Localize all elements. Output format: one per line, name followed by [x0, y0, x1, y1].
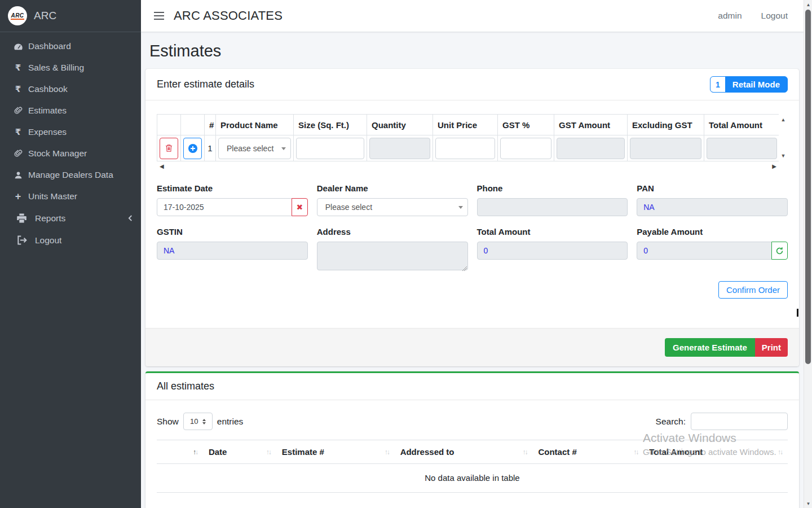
sidebar-item-estimates[interactable]: Estimates [0, 100, 141, 121]
col-date[interactable]: Date↑↓ [203, 440, 276, 464]
sidebar-item-logout[interactable]: Logout [0, 229, 141, 251]
sidebar-item-expenses[interactable]: ₹ Expenses [0, 121, 141, 143]
sidebar-item-label: Reports [35, 213, 65, 224]
size-input[interactable] [296, 138, 364, 159]
sidebar-item-sales-billing[interactable]: ₹ Sales & Billing [0, 57, 141, 78]
gstin-label: GSTIN [157, 227, 308, 237]
scrollbar-thumb[interactable] [805, 10, 811, 364]
all-estimates-card: All estimates Show 10 entries Search: [145, 371, 799, 508]
select-updown-icon [202, 419, 206, 424]
estimate-details-card: Enter estimate details 1 Retail Mode [145, 69, 799, 366]
refresh-icon [775, 247, 784, 255]
sidebar-item-units-master[interactable]: + Units Master [0, 186, 141, 207]
generate-estimate-button[interactable]: Generate Estimate [665, 338, 755, 357]
all-estimates-body: Show 10 entries Search: [145, 400, 799, 493]
scroll-right-icon[interactable]: ▶ [772, 163, 776, 169]
estimate-items-table: # Product Name Size (Sq. Ft.) Quantity U… [157, 114, 779, 161]
clear-date-button[interactable]: ✖ [292, 198, 308, 216]
circle-plus-icon [188, 143, 198, 154]
trash-icon [165, 144, 173, 152]
estimate-date-field: Estimate Date ✖ [157, 183, 308, 216]
scroll-left-icon[interactable]: ◀ [160, 163, 164, 169]
sidebar-item-dashboard[interactable]: Dashboard [0, 36, 141, 57]
sort-icon: ↑↓ [193, 448, 197, 456]
address-textarea[interactable] [317, 242, 468, 270]
items-table-header-row: # Product Name Size (Sq. Ft.) Quantity U… [157, 115, 779, 135]
items-horizontal-scrollbar[interactable]: ◀ ▶ [157, 162, 779, 170]
sidebar-item-reports[interactable]: Reports [0, 207, 141, 229]
sidebar-item-label: Units Master [28, 191, 77, 202]
scrollbar-up-arrow-icon[interactable]: ▲ [804, 0, 812, 9]
scroll-down-icon[interactable]: ▼ [781, 153, 786, 159]
chevron-left-icon [128, 215, 133, 221]
delete-row-button[interactable] [160, 138, 178, 159]
brand-text: ARC [34, 10, 56, 22]
datatable-controls: Show 10 entries Search: [157, 413, 788, 430]
all-estimates-table: ↑↓ Date↑↓ Estimate #↑↓ Addressed to↑↓ Co… [157, 440, 788, 493]
main-content: Estimates Enter estimate details 1 Retai… [141, 32, 804, 508]
sidebar-item-label: Stock Manager [28, 148, 87, 159]
col-index: # [205, 115, 216, 135]
total-amount-label: Total Amount [477, 227, 628, 237]
paperclip-icon [12, 150, 24, 158]
plus-icon: + [12, 192, 24, 200]
dealer-select[interactable]: Please select [317, 198, 468, 216]
topbar: ARC ASSOCIATES admin Logout [141, 0, 804, 32]
brand[interactable]: ARC ARC [0, 0, 141, 32]
row-index: 1 [205, 135, 216, 161]
items-table-zone: # Product Name Size (Sq. Ft.) Quantity U… [157, 114, 788, 170]
resize-grip-icon[interactable] [462, 266, 467, 271]
dealer-name-field: Dealer Name Please select [317, 183, 468, 216]
topbar-user-link[interactable]: admin [718, 11, 742, 21]
hamburger-menu-icon[interactable] [154, 12, 164, 20]
scroll-up-icon[interactable]: ▲ [781, 117, 786, 122]
browser-vertical-scrollbar[interactable]: ▲ ▼ [804, 0, 812, 508]
payable-amount-field: Payable Amount [637, 227, 788, 273]
col-estimates-total-amount[interactable]: Total Amount↑↓ [643, 440, 788, 464]
estimate-date-input[interactable] [157, 198, 292, 216]
all-estimates-header-row: ↑↓ Date↑↓ Estimate #↑↓ Addressed to↑↓ Co… [157, 440, 788, 464]
sign-out-icon [15, 235, 28, 246]
mouse-cursor [797, 309, 798, 317]
items-vertical-scrollbar[interactable]: ▲ ▼ [779, 114, 788, 161]
pan-label: PAN [637, 183, 788, 193]
unit-price-input[interactable] [435, 138, 495, 159]
estimate-card-footer: Generate Estimate Print [145, 328, 799, 366]
topbar-logout-link[interactable]: Logout [761, 11, 788, 21]
gst-percent-input[interactable] [500, 138, 551, 159]
delete-column-header [157, 115, 181, 135]
empty-message: No data available in table [157, 464, 788, 493]
product-select-value: Please select [227, 144, 273, 153]
col-row-index[interactable]: ↑↓ [157, 440, 203, 464]
chevron-down-icon [281, 147, 286, 150]
gst-amount-input [557, 138, 625, 159]
estimate-form: Estimate Date ✖ Dealer Name Please selec… [157, 183, 788, 273]
sidebar-nav: Dashboard ₹ Sales & Billing ₹ Cashbook E… [0, 36, 141, 251]
rupee-icon: ₹ [12, 127, 24, 137]
search-input[interactable] [691, 413, 788, 430]
sidebar-item-manage-dealers[interactable]: Manage Dealers Data [0, 164, 141, 186]
col-estimate-number[interactable]: Estimate #↑↓ [276, 440, 395, 464]
page-length-select[interactable]: 10 [183, 413, 213, 430]
scrollbar-down-arrow-icon[interactable]: ▼ [804, 499, 812, 508]
empty-row: No data available in table [157, 464, 788, 493]
dealer-select-value: Please select [325, 203, 372, 212]
total-amount-field: Total Amount [477, 227, 628, 273]
retail-mode-button[interactable]: 1 Retail Mode [710, 76, 788, 93]
sidebar-item-label: Sales & Billing [28, 63, 84, 73]
add-row-button[interactable] [183, 138, 202, 159]
paperclip-icon [12, 107, 24, 115]
col-contact-number[interactable]: Contact #↑↓ [532, 440, 643, 464]
confirm-order-button[interactable]: Confirm Order [718, 281, 788, 299]
payable-amount-label: Payable Amount [637, 227, 788, 237]
pan-input [637, 198, 788, 216]
refresh-payable-button[interactable] [771, 242, 788, 260]
sidebar-item-cashbook[interactable]: ₹ Cashbook [0, 78, 141, 100]
sidebar-item-stock-manager[interactable]: Stock Manager [0, 143, 141, 164]
items-table-scroll: # Product Name Size (Sq. Ft.) Quantity U… [157, 114, 779, 170]
col-addressed-to[interactable]: Addressed to↑↓ [395, 440, 533, 464]
estimate-card-header: Enter estimate details 1 Retail Mode [145, 69, 799, 100]
print-button[interactable]: Print [755, 338, 788, 357]
rupee-icon: ₹ [12, 63, 24, 73]
product-select[interactable]: Please select [218, 138, 291, 159]
